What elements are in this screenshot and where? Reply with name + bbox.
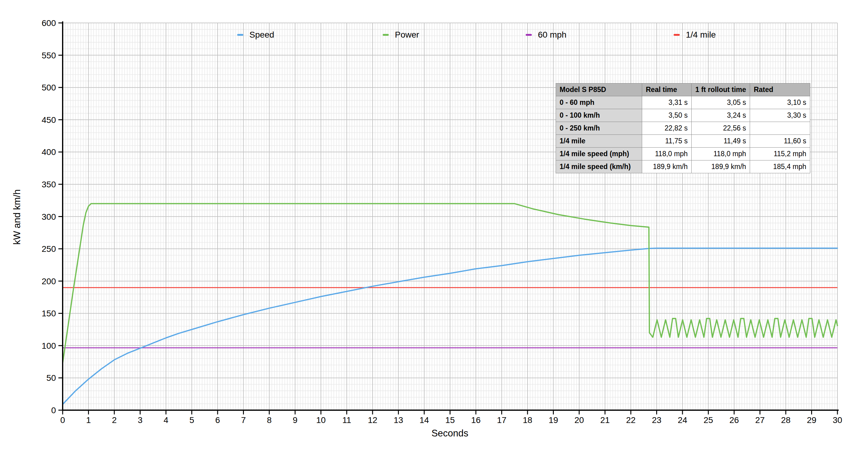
- x-tick-label: 10: [316, 415, 326, 425]
- table-cell: [750, 122, 810, 135]
- speed-legend-swatch: [237, 34, 243, 36]
- x-tick-label: 0: [60, 415, 65, 425]
- table-cell: 0 - 60 mph: [556, 96, 642, 109]
- x-tick-label: 14: [419, 415, 429, 425]
- legend-label: 60 mph: [538, 30, 566, 40]
- legend-item-60mph[interactable]: 60 mph: [526, 29, 566, 40]
- table-cell: 22,56 s: [692, 122, 750, 135]
- x-tick-label: 28: [781, 415, 790, 425]
- x-tick-label: 24: [678, 415, 687, 425]
- table-cell: 22,82 s: [642, 122, 692, 135]
- table-row: 1/4 mile11,75 s11,49 s11,60 s: [556, 135, 810, 148]
- y-axis-ticks: 050100150200250300350400450500550600: [41, 18, 63, 415]
- x-tick-label: 19: [549, 415, 558, 425]
- y-tick-label: 600: [41, 18, 56, 28]
- table-row: 0 - 100 km/h3,50 s3,24 s3,30 s: [556, 109, 810, 122]
- y-tick-label: 300: [41, 212, 56, 221]
- x-tick-label: 20: [574, 415, 584, 425]
- legend-item-speed[interactable]: Speed: [237, 29, 274, 40]
- x-tick-label: 26: [729, 415, 739, 425]
- x-tick-label: 27: [755, 415, 765, 425]
- y-axis-title: kW and km/h: [11, 171, 23, 263]
- table-header-cell: Rated: [750, 84, 810, 96]
- table-cell: 3,10 s: [750, 96, 810, 109]
- x-tick-label: 17: [497, 415, 506, 425]
- x-tick-label: 25: [704, 415, 713, 425]
- legend-item-quarter-mile[interactable]: 1/4 mile: [674, 29, 716, 40]
- chart-canvas: 0123456789101112131415161718192021222324…: [0, 0, 868, 456]
- x-tick-label: 8: [267, 415, 272, 425]
- table-cell: 118,0 mph: [642, 148, 692, 160]
- table-cell: 189,9 km/h: [642, 160, 692, 173]
- table-cell: 3,31 s: [642, 96, 692, 109]
- table-header-cell: 1 ft rollout time: [692, 84, 750, 96]
- y-tick-label: 50: [46, 373, 56, 383]
- table-cell: 0 - 100 km/h: [556, 109, 642, 122]
- y-tick-label: 100: [41, 341, 56, 351]
- x-tick-label: 18: [523, 415, 532, 425]
- x-tick-label: 22: [626, 415, 636, 425]
- sixty-mph-legend-swatch: [526, 34, 532, 36]
- x-tick-label: 11: [342, 415, 351, 425]
- table-row: 0 - 250 km/h22,82 s22,56 s: [556, 122, 810, 135]
- table-cell: 115,2 mph: [750, 148, 810, 160]
- table-cell: 3,30 s: [750, 109, 810, 122]
- y-tick-label: 150: [41, 309, 56, 318]
- x-tick-label: 4: [163, 415, 168, 425]
- performance-table-body: Model S P85DReal time1 ft rollout timeRa…: [556, 84, 810, 173]
- y-tick-label: 550: [41, 51, 56, 60]
- x-tick-label: 29: [807, 415, 816, 425]
- table-cell: 1/4 mile speed (mph): [556, 148, 642, 160]
- table-cell: 1/4 mile: [556, 135, 642, 148]
- performance-table: Model S P85DReal time1 ft rollout timeRa…: [556, 83, 810, 173]
- y-tick-label: 500: [41, 83, 56, 92]
- x-tick-label: 15: [445, 415, 455, 425]
- table-cell: 185,4 mph: [750, 160, 810, 173]
- chart-page: 0123456789101112131415161718192021222324…: [0, 0, 868, 456]
- x-tick-label: 16: [471, 415, 480, 425]
- table-cell: 1/4 mile speed (km/h): [556, 160, 642, 173]
- x-tick-label: 1: [86, 415, 91, 425]
- table-cell: 3,05 s: [692, 96, 750, 109]
- table-cell: 3,50 s: [642, 109, 692, 122]
- power-legend-swatch: [383, 34, 389, 36]
- x-tick-label: 9: [293, 415, 298, 425]
- table-row: 1/4 mile speed (km/h)189,9 km/h189,9 km/…: [556, 160, 810, 173]
- y-tick-label: 200: [41, 277, 56, 286]
- x-axis-ticks: 0123456789101112131415161718192021222324…: [60, 410, 842, 425]
- y-tick-label: 350: [41, 180, 56, 189]
- x-tick-label: 2: [112, 415, 117, 425]
- x-tick-label: 23: [652, 415, 661, 425]
- x-tick-label: 5: [189, 415, 194, 425]
- table-cell: 11,49 s: [692, 135, 750, 148]
- y-tick-label: 0: [51, 405, 56, 415]
- legend-label: Power: [395, 30, 419, 40]
- x-tick-label: 12: [368, 415, 377, 425]
- x-tick-label: 21: [600, 415, 610, 425]
- table-cell: 11,75 s: [642, 135, 692, 148]
- table-row: 1/4 mile speed (mph)118,0 mph118,0 mph11…: [556, 148, 810, 160]
- table-cell: 3,24 s: [692, 109, 750, 122]
- table-header-cell: Real time: [642, 84, 692, 96]
- y-tick-label: 450: [41, 115, 56, 125]
- x-tick-label: 3: [138, 415, 143, 425]
- quarter-mile-legend-swatch: [674, 34, 680, 36]
- x-tick-label: 6: [215, 415, 220, 425]
- x-tick-label: 13: [394, 415, 403, 425]
- table-cell: 11,60 s: [750, 135, 810, 148]
- table-cell: 118,0 mph: [692, 148, 750, 160]
- legend-label: Speed: [249, 30, 274, 40]
- y-tick-label: 400: [41, 147, 56, 157]
- legend-item-power[interactable]: Power: [383, 29, 419, 40]
- legend-label: 1/4 mile: [686, 30, 716, 40]
- y-tick-label: 250: [41, 244, 56, 254]
- table-row: 0 - 60 mph3,31 s3,05 s3,10 s: [556, 96, 810, 109]
- table-cell: 0 - 250 km/h: [556, 122, 642, 135]
- table-cell: 189,9 km/h: [692, 160, 750, 173]
- table-header-row: Model S P85DReal time1 ft rollout timeRa…: [556, 84, 810, 96]
- x-tick-label: 30: [833, 415, 842, 425]
- x-axis-title: Seconds: [404, 428, 496, 439]
- table-header-cell: Model S P85D: [556, 84, 642, 96]
- x-tick-label: 7: [241, 415, 246, 425]
